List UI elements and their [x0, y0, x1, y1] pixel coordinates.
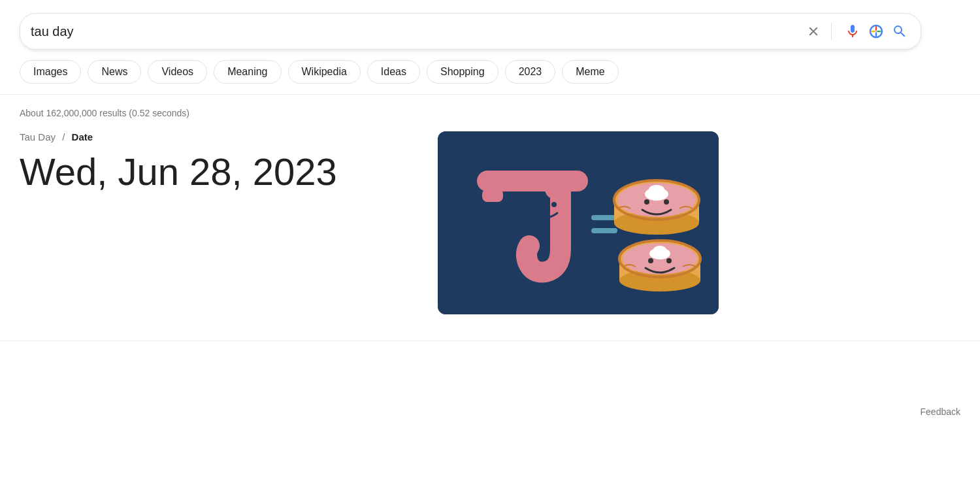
search-input[interactable]: tau day: [31, 24, 801, 39]
filter-chips: ImagesNewsVideosMeaningWikipediaIdeasSho…: [0, 50, 980, 84]
feedback-area: Feedback: [0, 393, 980, 417]
breadcrumb-separator: /: [62, 131, 67, 142]
microphone-button[interactable]: [842, 21, 863, 42]
microphone-icon: [845, 24, 860, 39]
bottom-divider: [0, 340, 980, 341]
breadcrumb-child: Date: [72, 131, 93, 142]
chip-2023[interactable]: 2023: [505, 60, 556, 84]
tau-day-image: [438, 131, 719, 314]
search-divider: [831, 22, 832, 41]
tau-illustration-svg: [438, 131, 719, 314]
chip-shopping[interactable]: Shopping: [427, 60, 498, 84]
lens-button[interactable]: [866, 21, 887, 42]
breadcrumb: Tau Day / Date: [20, 131, 412, 142]
svg-rect-3: [482, 189, 503, 202]
result-info: Tau Day / Date Wed, Jun 28, 2023: [20, 131, 412, 195]
svg-rect-2: [477, 171, 588, 191]
svg-rect-7: [591, 228, 617, 233]
svg-point-23: [653, 246, 666, 254]
clear-icon: [806, 24, 821, 39]
chip-images[interactable]: Images: [20, 60, 81, 84]
breadcrumb-parent: Tau Day: [20, 131, 56, 142]
chip-news[interactable]: News: [88, 60, 141, 84]
svg-point-4: [536, 204, 542, 209]
results-area: About 162,000,000 results (0.52 seconds)…: [0, 95, 980, 314]
feedback-link[interactable]: Feedback: [921, 406, 960, 417]
svg-point-5: [551, 202, 557, 207]
svg-rect-6: [591, 215, 617, 220]
svg-point-15: [644, 199, 649, 205]
chip-ideas[interactable]: Ideas: [367, 60, 420, 84]
search-icon: [892, 24, 907, 39]
search-button[interactable]: [889, 21, 910, 42]
results-stats: About 162,000,000 results (0.52 seconds): [20, 108, 960, 118]
clear-button[interactable]: [804, 22, 823, 41]
svg-point-24: [648, 258, 653, 263]
chip-meme[interactable]: Meme: [562, 60, 618, 84]
svg-point-14: [649, 185, 664, 194]
lens-icon: [868, 24, 884, 39]
search-area: tau day: [0, 0, 980, 50]
search-bar: tau day: [20, 13, 921, 50]
result-card: Tau Day / Date Wed, Jun 28, 2023: [20, 131, 960, 314]
svg-point-16: [664, 199, 669, 205]
chip-videos[interactable]: Videos: [148, 60, 207, 84]
chip-wikipedia[interactable]: Wikipedia: [288, 60, 361, 84]
svg-point-25: [666, 258, 672, 263]
chip-meaning[interactable]: Meaning: [214, 60, 281, 84]
date-display: Wed, Jun 28, 2023: [20, 149, 412, 195]
